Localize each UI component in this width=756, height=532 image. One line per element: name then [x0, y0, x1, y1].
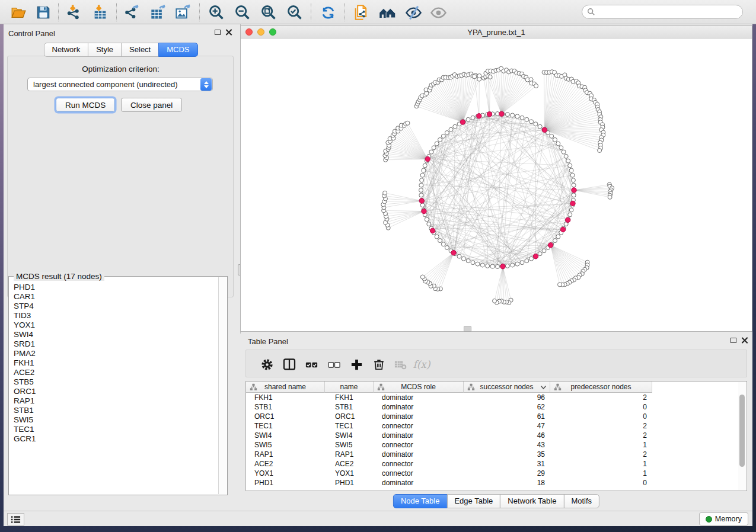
table-row[interactable]: YOX1YOX1connector291: [246, 469, 738, 478]
table-cell[interactable]: STB1: [246, 402, 325, 412]
table-cell[interactable]: FKH1: [246, 393, 325, 402]
ring-node[interactable]: [445, 246, 449, 250]
first-neighbors-icon[interactable]: [378, 4, 396, 21]
table-cell[interactable]: connector: [374, 421, 464, 431]
table-cell[interactable]: connector: [374, 469, 464, 478]
mcds-hub-node[interactable]: [425, 156, 430, 161]
table-cell[interactable]: 0: [550, 402, 652, 412]
table-scrollbar-thumb[interactable]: [739, 395, 745, 467]
table-row[interactable]: ACE2ACE2connector311: [246, 459, 738, 469]
ring-node[interactable]: [568, 164, 572, 168]
ring-node[interactable]: [480, 263, 484, 267]
table-row[interactable]: SWI5SWI5connector431: [246, 440, 738, 450]
ring-node[interactable]: [529, 120, 534, 124]
table-cell[interactable]: 2: [550, 431, 652, 440]
satellite-node[interactable]: [383, 191, 387, 195]
mcds-hub-node[interactable]: [566, 217, 570, 222]
mcds-result-item[interactable]: TEC1: [14, 425, 218, 434]
ring-node[interactable]: [466, 259, 470, 263]
criterion-dropdown[interactable]: largest connected component (undirected): [27, 78, 213, 91]
ring-node[interactable]: [572, 183, 576, 187]
ring-node[interactable]: [429, 150, 433, 154]
table-cell[interactable]: SWI4: [325, 431, 374, 440]
table-cell[interactable]: ORC1: [325, 412, 374, 421]
ring-node[interactable]: [445, 131, 449, 135]
ring-node[interactable]: [490, 264, 495, 268]
satellite-node[interactable]: [598, 149, 602, 153]
export-image-icon[interactable]: [174, 4, 192, 21]
table-cell[interactable]: PHD1: [325, 478, 374, 488]
search-box[interactable]: [582, 5, 743, 19]
ring-node[interactable]: [569, 208, 573, 212]
ring-node[interactable]: [556, 142, 560, 146]
satellite-node[interactable]: [488, 75, 492, 79]
mcds-result-item[interactable]: RAP1: [14, 396, 218, 406]
ring-node[interactable]: [461, 257, 465, 261]
hide-selected-icon[interactable]: [404, 4, 422, 21]
tab-mcds[interactable]: MCDS: [158, 43, 197, 57]
ring-node[interactable]: [471, 261, 475, 265]
ring-node[interactable]: [534, 122, 538, 126]
ring-node[interactable]: [529, 257, 534, 261]
table-cell[interactable]: TEC1: [246, 421, 325, 431]
table-cell[interactable]: ACE2: [246, 459, 325, 469]
close-panel-button[interactable]: Close panel: [121, 98, 182, 112]
ring-node[interactable]: [572, 193, 576, 197]
ring-node[interactable]: [564, 154, 568, 158]
table-cell[interactable]: 31: [464, 459, 550, 469]
mcds-hub-node[interactable]: [500, 264, 505, 269]
table-cell[interactable]: dominator: [374, 412, 464, 421]
mcds-result-item[interactable]: GCR1: [14, 434, 218, 444]
table-cell[interactable]: dominator: [374, 450, 464, 459]
mcds-result-item[interactable]: SWI4: [14, 330, 218, 339]
mcds-hub-node[interactable]: [477, 114, 481, 118]
mcds-result-item[interactable]: FKH1: [14, 358, 218, 368]
table-row[interactable]: TEC1TEC1connector472: [246, 421, 738, 431]
zoom-out-icon[interactable]: [234, 4, 251, 21]
ring-node[interactable]: [441, 134, 445, 138]
ring-node[interactable]: [435, 235, 439, 239]
ring-node[interactable]: [538, 252, 542, 256]
mcds-hub-node[interactable]: [499, 111, 504, 116]
mcds-hub-node[interactable]: [542, 127, 547, 132]
table-cell[interactable]: SWI5: [325, 440, 374, 450]
mcds-hub-node[interactable]: [419, 198, 424, 203]
table-cell[interactable]: RAP1: [325, 450, 374, 459]
tab-style[interactable]: Style: [88, 43, 122, 57]
open-folder-icon[interactable]: [9, 4, 27, 21]
show-columns-icon[interactable]: [282, 357, 297, 372]
mcds-hub-node[interactable]: [430, 228, 435, 233]
mcds-hub-node[interactable]: [460, 120, 465, 124]
table-cell[interactable]: SWI4: [246, 431, 325, 440]
table-cell[interactable]: 1: [550, 440, 652, 450]
ring-node[interactable]: [571, 178, 575, 182]
table-cell[interactable]: 46: [464, 431, 550, 440]
table-row[interactable]: PHD1PHD1dominator180: [246, 478, 738, 488]
ring-node[interactable]: [435, 142, 439, 146]
zoom-in-icon[interactable]: [208, 4, 225, 21]
table-cell[interactable]: 29: [464, 469, 550, 478]
satellite-node[interactable]: [558, 283, 562, 287]
table-settings-gear-icon[interactable]: [259, 357, 275, 372]
mcds-hub-node[interactable]: [572, 188, 576, 193]
float-panel-icon[interactable]: [731, 338, 736, 343]
table-cell[interactable]: 62: [464, 402, 550, 412]
table-cell[interactable]: ORC1: [246, 412, 325, 421]
ring-node[interactable]: [420, 178, 424, 182]
ring-node[interactable]: [550, 134, 554, 138]
refresh-icon[interactable]: [319, 4, 337, 21]
ring-node[interactable]: [511, 263, 515, 267]
table-scrollbar[interactable]: [738, 382, 746, 490]
search-input[interactable]: [595, 8, 742, 16]
satellite-node[interactable]: [406, 121, 410, 125]
mcds-result-item[interactable]: STB1: [14, 406, 218, 415]
table-cell[interactable]: dominator: [374, 393, 464, 402]
ring-node[interactable]: [432, 146, 436, 150]
add-column-icon[interactable]: [349, 357, 364, 372]
memory-button[interactable]: Memory: [699, 512, 748, 525]
ring-node[interactable]: [525, 117, 529, 121]
table-cell[interactable]: dominator: [374, 431, 464, 440]
ring-node[interactable]: [515, 114, 519, 118]
satellite-node[interactable]: [477, 74, 481, 78]
satellite-node[interactable]: [493, 299, 497, 303]
